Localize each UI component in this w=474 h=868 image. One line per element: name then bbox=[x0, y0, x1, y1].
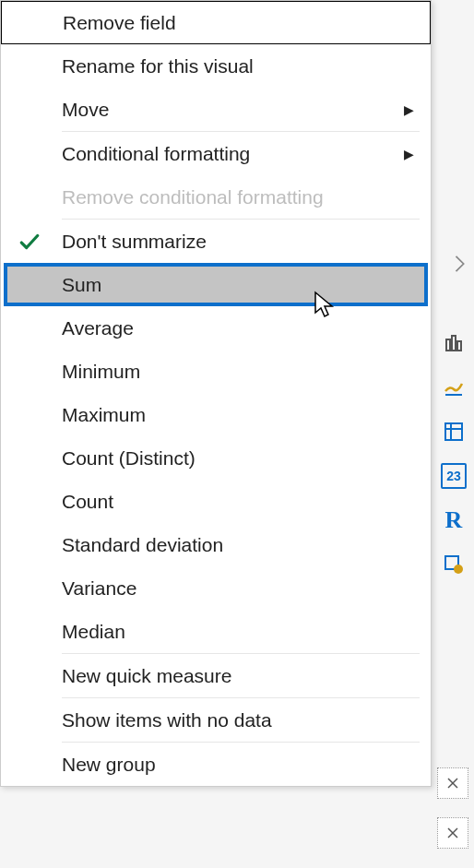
menu-label: Maximum bbox=[62, 404, 146, 426]
viz-icon-6[interactable] bbox=[441, 552, 467, 577]
menu-count[interactable]: Count bbox=[1, 480, 431, 523]
menu-new-quick-measure[interactable]: New quick measure bbox=[1, 654, 431, 697]
field-context-menu: Remove field Rename for this visual Move… bbox=[0, 0, 432, 787]
menu-average[interactable]: Average bbox=[1, 306, 431, 350]
menu-move[interactable]: Move ▶ bbox=[1, 88, 431, 131]
check-icon bbox=[18, 230, 41, 254]
viz-icon-1[interactable] bbox=[441, 330, 467, 356]
visualization-icons-strip: 23 R bbox=[441, 330, 467, 577]
menu-label: Remove conditional formatting bbox=[62, 186, 324, 208]
menu-label: Count bbox=[62, 491, 113, 513]
menu-label: Average bbox=[62, 317, 134, 339]
chevron-right-icon[interactable] bbox=[446, 251, 472, 281]
menu-label: Count (Distinct) bbox=[62, 447, 196, 470]
menu-dont-summarize[interactable]: Don't summarize bbox=[1, 220, 431, 263]
menu-median[interactable]: Median bbox=[1, 610, 431, 653]
menu-label: Don't summarize bbox=[62, 231, 207, 253]
menu-label: Minimum bbox=[62, 361, 140, 383]
menu-label: Sum bbox=[62, 274, 101, 296]
svg-point-7 bbox=[454, 565, 463, 574]
menu-sum[interactable]: Sum bbox=[1, 263, 431, 306]
menu-new-group[interactable]: New group bbox=[1, 743, 431, 786]
menu-label: Move bbox=[62, 99, 109, 121]
close-button-2[interactable] bbox=[437, 817, 468, 849]
menu-variance[interactable]: Variance bbox=[1, 566, 431, 610]
menu-show-items-no-data[interactable]: Show items with no data bbox=[1, 698, 431, 742]
menu-label: Variance bbox=[62, 577, 136, 600]
menu-minimum[interactable]: Minimum bbox=[1, 350, 431, 393]
viz-icon-2[interactable] bbox=[441, 375, 467, 400]
menu-maximum[interactable]: Maximum bbox=[1, 393, 431, 436]
menu-label: New group bbox=[62, 754, 156, 776]
close-button-1[interactable] bbox=[437, 767, 468, 799]
menu-remove-field[interactable]: Remove field bbox=[1, 1, 431, 44]
menu-standard-deviation[interactable]: Standard deviation bbox=[1, 523, 431, 566]
viz-icon-4[interactable]: 23 bbox=[441, 463, 467, 489]
menu-remove-conditional-formatting: Remove conditional formatting bbox=[1, 175, 431, 219]
menu-sum-highlighted[interactable]: Sum bbox=[1, 263, 431, 306]
menu-label: Conditional formatting bbox=[62, 143, 250, 165]
menu-rename-visual[interactable]: Rename for this visual bbox=[1, 44, 431, 88]
submenu-arrow-icon: ▶ bbox=[404, 147, 414, 161]
menu-count-distinct[interactable]: Count (Distinct) bbox=[1, 436, 431, 480]
svg-rect-0 bbox=[446, 339, 450, 351]
menu-label: Remove field bbox=[63, 12, 176, 34]
viz-icon-3[interactable] bbox=[441, 419, 467, 445]
menu-label: Median bbox=[62, 621, 125, 643]
svg-rect-1 bbox=[452, 336, 456, 351]
menu-conditional-formatting[interactable]: Conditional formatting ▶ bbox=[1, 132, 431, 175]
submenu-arrow-icon: ▶ bbox=[404, 102, 414, 117]
menu-label: Standard deviation bbox=[62, 534, 223, 556]
menu-label: Rename for this visual bbox=[62, 55, 254, 77]
menu-label: New quick measure bbox=[62, 665, 231, 687]
svg-rect-2 bbox=[457, 341, 461, 351]
svg-rect-3 bbox=[445, 423, 462, 440]
viz-icon-r[interactable]: R bbox=[441, 507, 467, 533]
menu-label: Show items with no data bbox=[62, 709, 272, 731]
